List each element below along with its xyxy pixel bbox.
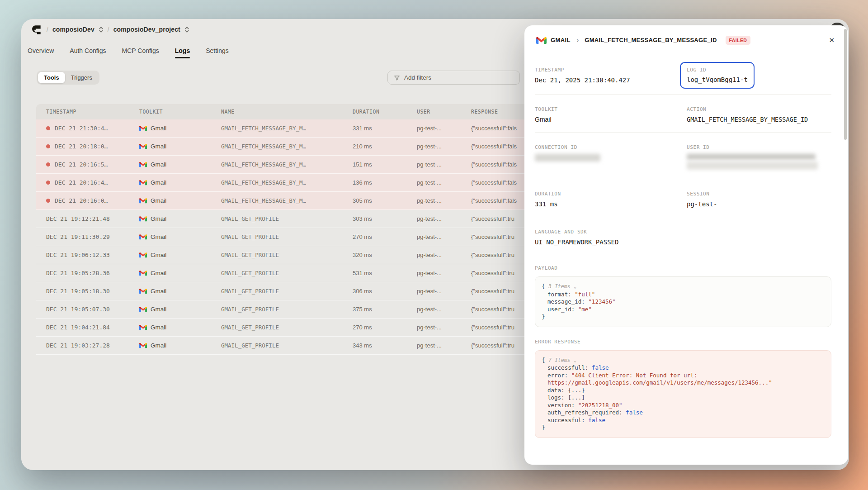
cell-user: pg-test-... — [417, 324, 471, 331]
toggle-tools[interactable]: Tools — [38, 72, 65, 83]
failed-status-dot-icon — [46, 181, 50, 185]
field-label: CONNECTION ID — [535, 144, 687, 150]
cell-timestamp: DEC 21 19:05:28.36 — [46, 270, 139, 276]
field-label: USER ID — [687, 144, 831, 150]
cell-user: pg-test-... — [417, 197, 471, 204]
column-header-toolkit: TOOLKIT — [139, 109, 221, 115]
error-response-label: ERROR RESPONSE — [535, 339, 831, 345]
field-timestamp: TIMESTAMP Dec 21, 2025 21:30:40.427 — [535, 67, 687, 85]
cell-name: GMAIL_GET_PROFILE — [221, 270, 353, 276]
cell-duration: 343 ms — [353, 342, 417, 349]
code-line: error: "404 Client Error: Not Found for … — [542, 372, 825, 387]
field-toolkit: TOOLKIT Gmail — [535, 106, 687, 123]
cell-duration: 270 ms — [353, 233, 417, 240]
cell-user: pg-test-... — [417, 143, 471, 150]
cell-timestamp: DEC 21 19:06:12.33 — [46, 252, 139, 258]
field-value: Gmail — [535, 116, 687, 123]
close-icon[interactable]: ✕ — [827, 35, 836, 45]
gmail-icon — [139, 343, 147, 348]
field-value: Dec 21, 2025 21:30:40.427 — [535, 76, 687, 84]
tab-mcp-configs[interactable]: MCP Configs — [122, 47, 159, 55]
add-filters-button[interactable]: Add filters — [387, 71, 520, 85]
cell-toolkit: Gmail — [139, 161, 221, 168]
project-name[interactable]: composioDev_project — [113, 26, 180, 33]
panel-toolkit-name: GMAIL — [551, 37, 571, 43]
filter-funnel-icon — [394, 75, 400, 81]
toggle-triggers[interactable]: Triggers — [65, 72, 98, 83]
gmail-icon — [139, 162, 147, 167]
tab-overview[interactable]: Overview — [28, 47, 54, 55]
cell-toolkit: Gmail — [139, 215, 221, 222]
cell-duration: 531 ms — [353, 270, 417, 276]
cell-timestamp: DEC 21 19:12:21.48 — [46, 215, 139, 222]
org-name[interactable]: composioDev — [52, 26, 94, 33]
field-label: TOOLKIT — [535, 106, 687, 112]
cell-toolkit: Gmail — [139, 306, 221, 313]
code-line: successful: false — [542, 417, 825, 424]
desktop-background: / composioDev / composioDev_project Over… — [0, 0, 868, 490]
gmail-icon — [139, 252, 147, 258]
project-switcher-icon[interactable] — [184, 26, 189, 33]
cell-user: pg-test-... — [417, 306, 471, 313]
cell-duration: 331 ms — [353, 125, 417, 132]
composio-logo-icon — [31, 24, 42, 35]
error-response-json-viewer[interactable]: { 7 Items ⌄successfull: falseerror: "404… — [535, 350, 831, 438]
panel-scrollbar[interactable] — [844, 29, 847, 140]
cell-user: pg-test-... — [417, 125, 471, 132]
org-switcher-icon[interactable] — [99, 26, 104, 33]
cell-duration: 306 ms — [353, 288, 417, 295]
field-row-connection-user: CONNECTION ID USER ID — [535, 133, 831, 179]
column-header-timestamp: TIMESTAMP — [46, 109, 139, 115]
payload-json-viewer[interactable]: { 3 Items ⌄format: "full"message_id: "12… — [535, 276, 831, 327]
field-language-sdk: LANGUAGE AND SDK UI NO_FRAMEWORK_PASSED — [535, 229, 831, 246]
cell-timestamp: DEC 21 21:30:4… — [46, 125, 139, 132]
gmail-icon — [139, 125, 147, 131]
cell-toolkit: Gmail — [139, 342, 221, 349]
tab-logs[interactable]: Logs — [175, 47, 190, 55]
cell-user: pg-test-... — [417, 161, 471, 168]
add-filters-label: Add filters — [404, 74, 431, 81]
field-label: LANGUAGE AND SDK — [535, 229, 831, 235]
redacted-value — [687, 162, 818, 170]
code-line: logs: [...] — [542, 394, 825, 402]
code-line: format: "full" — [542, 291, 825, 299]
cell-user: pg-test-... — [417, 270, 471, 276]
payload-label: PAYLOAD — [535, 265, 831, 271]
cell-name: GMAIL_FETCH_MESSAGE_BY_M… — [221, 143, 353, 150]
field-value: GMAIL_FETCH_MESSAGE_BY_MESSAGE_ID — [687, 116, 831, 123]
code-line: data: {...} — [542, 387, 825, 395]
gmail-icon — [139, 288, 147, 294]
cell-duration: 320 ms — [353, 252, 417, 258]
failed-status-dot-icon — [46, 199, 50, 203]
field-value: pg-test- — [687, 200, 831, 208]
cell-duration: 270 ms — [353, 324, 417, 331]
field-row-toolkit-action: TOOLKIT Gmail ACTION GMAIL_FETCH_MESSAGE… — [535, 95, 831, 133]
column-header-name: NAME — [221, 109, 353, 115]
cell-user: pg-test-... — [417, 233, 471, 240]
cell-timestamp: DEC 21 20:16:4… — [46, 179, 139, 186]
code-line: user_id: "me" — [542, 306, 825, 314]
field-value: UI NO_FRAMEWORK_PASSED — [535, 238, 831, 246]
gmail-icon — [139, 216, 147, 222]
code-line: successfull: false — [542, 364, 825, 372]
cell-timestamp: DEC 21 19:03:27.28 — [46, 342, 139, 349]
tab-settings[interactable]: Settings — [206, 47, 229, 55]
view-toggle: ToolsTriggers — [37, 71, 99, 85]
code-line: { 7 Items ⌄ — [542, 357, 825, 365]
field-duration: DURATION 331 ms — [535, 191, 687, 208]
breadcrumb-separator: / — [47, 26, 48, 33]
breadcrumb: / composioDev / composioDev_project — [31, 23, 189, 36]
cell-name: GMAIL_FETCH_MESSAGE_BY_M… — [221, 197, 353, 204]
tab-auth-configs[interactable]: Auth Configs — [70, 47, 106, 55]
log-id-highlight-box[interactable]: LOG ID log_tVqomBgg11-t — [680, 62, 755, 89]
field-label: LOG ID — [687, 67, 748, 73]
cell-name: GMAIL_FETCH_MESSAGE_BY_M… — [221, 179, 353, 186]
cell-timestamp: DEC 21 20:16:0… — [46, 197, 139, 204]
cell-duration: 210 ms — [353, 143, 417, 150]
failed-status-dot-icon — [46, 126, 50, 130]
cell-user: pg-test-... — [417, 342, 471, 349]
gmail-icon — [536, 36, 547, 44]
payload-section: PAYLOAD { 3 Items ⌄format: "full"message… — [535, 255, 831, 329]
cell-name: GMAIL_GET_PROFILE — [221, 306, 353, 313]
cell-user: pg-test-... — [417, 179, 471, 186]
